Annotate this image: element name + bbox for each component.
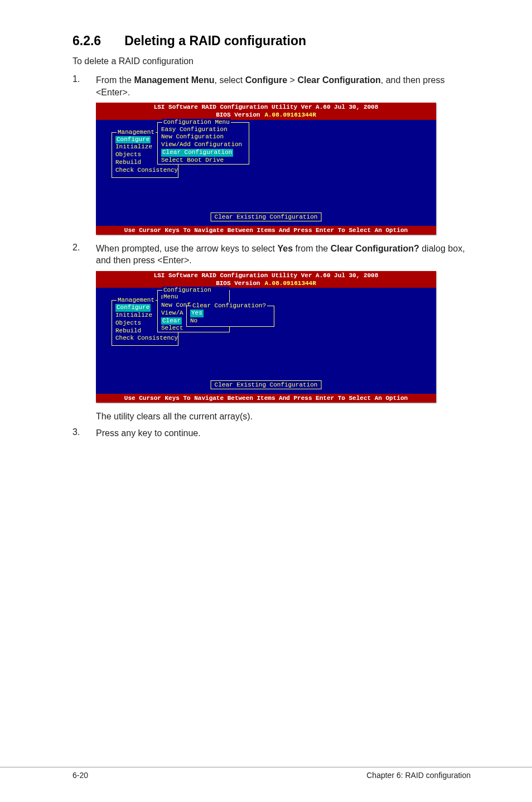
clear-item-no[interactable]: No (190, 317, 270, 325)
bios-header: LSI Software RAID Configuration Utility … (96, 271, 436, 288)
clear-configuration-panel: Clear Configuration? Yes No (186, 306, 274, 327)
bios-title-line1: LSI Software RAID Configuration Utility … (96, 272, 436, 280)
step-body: The utility clears all the current array… (96, 410, 471, 423)
bold-configure: Configure (245, 75, 288, 85)
bios-screenshot-1: LSI Software RAID Configuration Utility … (96, 103, 436, 235)
section-heading: 6.2.6Deleting a RAID configuration (72, 33, 471, 49)
text: , select (214, 75, 245, 85)
step-number: 3. (72, 427, 96, 439)
chapter-label: Chapter 6: RAID configuration (366, 771, 471, 780)
bios-footer: Use Cursor Keys To Navigate Between Item… (96, 226, 436, 235)
text: When prompted, use the arrow keys to sel… (96, 244, 277, 253)
description-box: Clear Existing Configuration (211, 212, 322, 221)
section-number: 6.2.6 (72, 33, 101, 49)
page-number: 6-20 (72, 771, 88, 780)
text: > (287, 75, 297, 85)
bios-title-line1: LSI Software RAID Configuration Utility … (96, 104, 436, 112)
cfg-item-selectboot[interactable]: Select Boot Drive (161, 157, 245, 165)
mgmt-item-configure[interactable]: Configure (115, 136, 151, 144)
bold-clear-configuration: Clear Configuration (297, 75, 380, 85)
step-body: When prompted, use the arrow keys to sel… (96, 243, 471, 267)
bios-footer: Use Cursor Keys To Navigate Between Item… (96, 394, 436, 403)
step-3: 3. Press any key to continue. (72, 427, 471, 439)
cfg-item-easy[interactable]: Easy Configuration (161, 126, 245, 134)
description-text: Clear Existing Configuration (215, 381, 318, 388)
step-2-continuation: The utility clears all the current array… (72, 410, 471, 423)
bios-version-value: A.08.09161344R (264, 280, 316, 287)
management-panel-title: Management (117, 297, 156, 303)
management-panel-title: Management (117, 129, 156, 136)
clear-configuration-title: Clear Configuration? (191, 302, 267, 309)
cfg-item-clear[interactable]: Clear Configuration (161, 149, 233, 157)
step-body: From the Management Menu, select Configu… (96, 74, 471, 98)
bios-screenshot-2: LSI Software RAID Configuration Utility … (96, 271, 436, 403)
description-box: Clear Existing Configuration (211, 380, 322, 389)
bold-management-menu: Management Menu (134, 75, 214, 85)
step-1: 1. From the Management Menu, select Conf… (72, 74, 471, 98)
clear-item-yes[interactable]: Yes (190, 310, 204, 317)
text: From the (96, 75, 134, 85)
description-text: Clear Existing Configuration (215, 214, 318, 220)
bold-clear-configuration-q: Clear Configuration? (331, 244, 419, 253)
section-title-text: Deleting a RAID configuration (124, 33, 306, 48)
text: from the (293, 244, 331, 253)
bios-header: LSI Software RAID Configuration Utility … (96, 103, 436, 120)
bold-yes: Yes (277, 244, 293, 253)
step-body: Press any key to continue. (96, 427, 471, 439)
cfg-item-clear-short[interactable]: Clear (161, 317, 182, 325)
step-number: 1. (72, 74, 96, 98)
cfg-item-new[interactable]: New Configuration (161, 133, 245, 141)
mgmt-item-check[interactable]: Check Consistency (115, 167, 175, 175)
intro-text: To delete a RAID configuration (72, 56, 471, 66)
bios-version-label: BIOS Version (216, 112, 260, 118)
step-number: 2. (72, 243, 96, 267)
step-2: 2. When prompted, use the arrow keys to … (72, 243, 471, 267)
configuration-menu-title: Configuration Menu (162, 119, 231, 125)
bios-version-value: A.08.09161344R (264, 112, 316, 118)
bios-version-label: BIOS Version (216, 280, 260, 287)
configuration-menu-panel: Configuration Menu Easy Configuration Ne… (157, 122, 249, 165)
mgmt-item-check[interactable]: Check Consistency (115, 335, 175, 342)
page-footer: 6-20 Chapter 6: RAID configuration (0, 767, 532, 780)
mgmt-item-configure[interactable]: Configure (115, 304, 151, 312)
step-number-empty (72, 410, 96, 423)
cfg-item-viewadd[interactable]: View/Add Configuration (161, 141, 245, 149)
configuration-menu-title: Configuration Menu (162, 287, 229, 300)
